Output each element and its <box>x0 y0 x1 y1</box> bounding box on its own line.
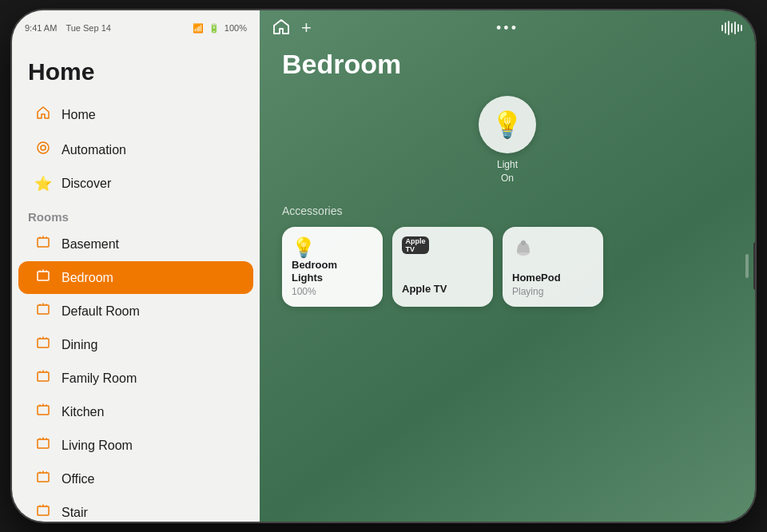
sidebar-item-family-room[interactable]: Family Room <box>18 362 253 395</box>
kitchen-label: Kitchen <box>62 405 104 419</box>
waveform-bar-4 <box>731 23 733 33</box>
home-label: Home <box>62 108 96 122</box>
sidebar-item-kitchen[interactable]: Kitchen <box>18 395 253 428</box>
apple-tv-box-icon: AppleTV <box>402 236 429 254</box>
status-right: 📶 🔋 100% <box>193 23 247 34</box>
accessory-homepod[interactable]: HomePod Playing <box>503 227 603 307</box>
wifi-icon: 📶 <box>193 23 204 34</box>
accessories-grid: 💡 BedroomLights 100% AppleTV <box>282 227 733 307</box>
home-icon <box>34 105 52 125</box>
top-bar-right <box>721 20 742 36</box>
default-room-label: Default Room <box>62 304 140 319</box>
light-circle: 💡 <box>479 96 536 153</box>
apple-tv-text: AppleTV <box>405 237 425 253</box>
svg-point-1 <box>41 145 46 150</box>
status-time: 9:41 AM <box>25 23 57 33</box>
bedroom-lights-icon: 💡 <box>292 236 316 259</box>
main-top-bar: + ••• <box>260 10 755 46</box>
battery-icon: 🔋 <box>209 23 220 34</box>
home-button[interactable] <box>272 18 290 38</box>
room-title: Bedroom <box>282 49 733 80</box>
sidebar-item-default-room[interactable]: Default Room <box>18 295 253 328</box>
device-frame: 9:41 AM Tue Sep 14 📶 🔋 100% Home Home <box>12 10 755 522</box>
svg-point-0 <box>38 142 49 153</box>
homepod-status: Playing <box>512 286 594 297</box>
automation-icon <box>34 140 52 160</box>
discover-label: Discover <box>62 177 111 191</box>
status-time-date: 9:41 AM Tue Sep 14 <box>25 23 111 33</box>
bedroom-lights-icon-area: 💡 <box>292 236 373 259</box>
svg-rect-7 <box>38 406 49 415</box>
discover-icon: ⭐ <box>34 175 52 193</box>
svg-point-13 <box>521 240 526 245</box>
light-status: On <box>501 173 514 184</box>
sidebar-item-automation[interactable]: Automation <box>18 133 253 167</box>
apple-tv-name: Apple TV <box>402 283 483 296</box>
room-icon-bedroom <box>34 268 52 287</box>
living-room-label: Living Room <box>62 439 133 453</box>
top-bar-dots[interactable]: ••• <box>496 20 519 37</box>
top-bar-left: + <box>272 18 312 38</box>
sidebar-item-bedroom[interactable]: Bedroom <box>18 261 253 294</box>
light-text: Light <box>497 159 518 170</box>
side-button <box>753 242 755 290</box>
room-icon-dining <box>34 335 52 354</box>
siri-waveform[interactable] <box>721 20 742 36</box>
sidebar-item-basement[interactable]: Basement <box>18 228 253 260</box>
homepod-name: HomePod <box>512 272 594 284</box>
svg-rect-10 <box>38 506 49 515</box>
accessory-apple-tv[interactable]: AppleTV Apple TV <box>392 227 493 307</box>
sidebar-item-discover[interactable]: ⭐ Discover <box>18 168 253 200</box>
waveform-bar-1 <box>721 25 723 31</box>
light-label: Light On <box>497 158 518 185</box>
room-icon-default-room <box>34 302 52 320</box>
sidebar-status-bar: 9:41 AM Tue Sep 14 📶 🔋 100% <box>12 10 260 46</box>
sidebar: 9:41 AM Tue Sep 14 📶 🔋 100% Home Home <box>12 10 260 522</box>
waveform-bar-3 <box>728 21 729 35</box>
bedroom-label: Bedroom <box>62 271 113 285</box>
sidebar-item-living-room[interactable]: Living Room <box>18 429 253 462</box>
basement-label: Basement <box>62 237 119 252</box>
automation-label: Automation <box>62 143 126 157</box>
waveform-bar-5 <box>734 22 736 34</box>
accessories-header: Accessories <box>282 204 733 217</box>
family-room-label: Family Room <box>62 371 137 386</box>
apple-tv-icon-area: AppleTV <box>402 236 483 254</box>
sidebar-item-office[interactable]: Office <box>18 463 253 495</box>
svg-rect-6 <box>38 372 49 381</box>
waveform-bar-2 <box>725 22 726 34</box>
sidebar-title: Home <box>12 52 260 97</box>
room-icon-family-room <box>34 369 52 387</box>
light-bulb-icon: 💡 <box>491 109 523 140</box>
bedroom-lights-name: BedroomLights <box>292 259 373 284</box>
scroll-indicator <box>745 254 749 278</box>
waveform-bar-6 <box>737 24 739 32</box>
bedroom-lights-status: 100% <box>292 286 373 297</box>
homepod-icon <box>512 236 535 264</box>
apple-tv-info: Apple TV <box>402 283 483 297</box>
room-icon-basement <box>34 235 52 253</box>
status-date: Tue Sep 14 <box>66 23 110 33</box>
room-icon-stair <box>34 503 52 522</box>
homepod-icon-area <box>512 236 594 264</box>
homepod-info: HomePod Playing <box>512 272 594 297</box>
sidebar-content: Home Home Automation <box>12 46 260 522</box>
stair-label: Stair <box>62 506 88 520</box>
main-content: Bedroom 💡 Light On Accessories 💡 <box>260 46 755 522</box>
svg-rect-2 <box>38 238 49 247</box>
svg-rect-3 <box>38 272 49 280</box>
sidebar-item-stair[interactable]: Stair <box>18 496 253 522</box>
accessory-bedroom-lights[interactable]: 💡 BedroomLights 100% <box>282 227 383 307</box>
sidebar-item-home[interactable]: Home <box>18 97 253 132</box>
dining-label: Dining <box>62 338 97 352</box>
svg-rect-9 <box>38 473 49 482</box>
main-area: + ••• Bedroom <box>260 10 755 522</box>
add-button[interactable]: + <box>301 18 312 38</box>
svg-rect-4 <box>38 305 49 314</box>
sidebar-item-dining[interactable]: Dining <box>18 328 253 361</box>
office-label: Office <box>62 472 95 486</box>
svg-rect-8 <box>38 439 49 448</box>
room-icon-kitchen <box>34 403 52 421</box>
light-widget[interactable]: 💡 Light On <box>282 96 733 185</box>
room-icon-living-room <box>34 436 52 455</box>
